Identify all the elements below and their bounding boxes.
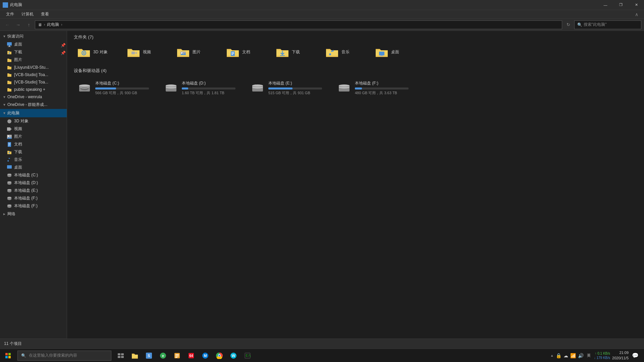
address-path[interactable]: 🖥 › 此电脑 › bbox=[35, 20, 562, 29]
sidebar-thispc-header[interactable]: ▼ 此电脑 bbox=[0, 109, 67, 117]
taskbar-app5[interactable]: 64 bbox=[184, 349, 198, 362]
taskbar-right: ▲ 🔒 ☁ 📶 🔊 英 ↑ 0.1 KB/s ↓ 179 KB/s 21:09 … bbox=[546, 350, 644, 361]
sidebar-network-header[interactable]: ► 网络 bbox=[0, 210, 67, 218]
svg-rect-4 bbox=[7, 42, 12, 46]
sidebar-item-f2[interactable]: 本地磁盘 (F:) bbox=[0, 202, 67, 210]
taskbar-app7[interactable]: W bbox=[227, 349, 240, 362]
svg-text:M: M bbox=[204, 354, 207, 358]
svg-rect-5 bbox=[9, 46, 10, 47]
menu-file[interactable]: 文件 bbox=[3, 10, 17, 18]
sidebar-item-desktop-quick[interactable]: 桌面 📌 bbox=[0, 41, 67, 48]
folder-desktop[interactable]: 桌面 bbox=[372, 44, 419, 60]
pic-label: 图片 bbox=[14, 134, 22, 139]
folder-docs[interactable]: 文档 bbox=[223, 44, 270, 60]
taskbar-files[interactable] bbox=[170, 349, 184, 362]
drives-grid: 本地磁盘 (C:) 566 GB 可用，共 930 GB 本地磁盘 (D:) bbox=[74, 78, 637, 98]
sidebar-item-d[interactable]: 本地磁盘 (D:) bbox=[0, 179, 67, 187]
tray-onedrive: ☁ bbox=[564, 353, 568, 358]
time-display: 21:09 bbox=[612, 350, 629, 355]
lang-indicator[interactable]: 英 bbox=[586, 353, 592, 358]
sidebar-item-c[interactable]: 本地磁盘 (C:) bbox=[0, 171, 67, 179]
svg-text:C:\: C:\ bbox=[246, 354, 251, 357]
sidebar-item-liuyun[interactable]: [Liuyun&VCB-Stu... bbox=[0, 64, 67, 71]
sidebar-item-pic[interactable]: 图片 bbox=[0, 133, 67, 140]
drive-f-bar-container bbox=[355, 87, 409, 89]
sidebar-item-downloads-quick[interactable]: 下載 📌 bbox=[0, 48, 67, 56]
up-button[interactable]: ↑ bbox=[24, 20, 34, 29]
ribbon-expand-button[interactable]: ∧ bbox=[632, 10, 641, 19]
taskbar-time[interactable]: 21:09 2020/11/5 bbox=[612, 350, 629, 361]
sidebar-item-3d[interactable]: 3D 对象 bbox=[0, 117, 67, 125]
onedrive1-label: OneDrive - wenrula bbox=[7, 95, 42, 99]
start-button[interactable] bbox=[0, 349, 16, 362]
quick-access-label: 快速访问 bbox=[7, 34, 23, 39]
taskbar-chrome[interactable] bbox=[213, 349, 226, 362]
folder-music[interactable]: 音乐 bbox=[322, 44, 369, 60]
sidebar-item-dl[interactable]: 下载 bbox=[0, 148, 67, 156]
sidebar-item-f[interactable]: 本地磁盘 (F:) bbox=[0, 194, 67, 202]
drive-d-name: 本地磁盘 (D:) bbox=[182, 80, 240, 86]
sidebar-item-vcb1[interactable]: [VCB-Studio] Toa... bbox=[0, 71, 67, 78]
folder-desktop-label: 桌面 bbox=[391, 49, 399, 55]
close-button[interactable]: ✕ bbox=[629, 0, 644, 10]
drive-c-name: 本地磁盘 (C:) bbox=[95, 80, 154, 86]
drive-d-icon bbox=[7, 180, 12, 186]
svg-point-23 bbox=[7, 181, 11, 183]
taskbar-search[interactable]: 🔍 在这里输入你要搜索的内容 bbox=[17, 351, 111, 361]
drive-c-item[interactable]: 本地磁盘 (C:) 566 GB 可用，共 930 GB bbox=[74, 78, 158, 98]
folder-downloads[interactable]: 下载 bbox=[272, 44, 319, 60]
maximize-button[interactable]: ❐ bbox=[613, 0, 629, 10]
taskbar-edge[interactable]: e bbox=[156, 349, 170, 362]
forward-button[interactable]: → bbox=[13, 20, 23, 29]
drive-e-bar bbox=[268, 87, 292, 89]
sidebar-item-music[interactable]: 音乐 bbox=[0, 156, 67, 164]
drive-c-bar bbox=[95, 87, 116, 89]
3d-label: 3D 对象 bbox=[14, 118, 29, 124]
svg-rect-45 bbox=[380, 56, 384, 56]
refresh-button[interactable]: ↻ bbox=[564, 20, 573, 29]
sidebar-item-vcb2[interactable]: [VCB-Studio] Toa... bbox=[0, 78, 67, 86]
menu-computer[interactable]: 计算机 bbox=[18, 10, 37, 18]
sidebar-onedrive2-header[interactable]: ▼ OneDrive - 群能养成... bbox=[0, 101, 67, 109]
svg-rect-64 bbox=[5, 353, 8, 355]
tray-icons: ▲ 🔒 ☁ 📶 🔊 bbox=[550, 353, 584, 358]
svg-rect-79 bbox=[175, 357, 177, 358]
folder-3d[interactable]: 3D 对象 bbox=[74, 44, 121, 60]
sidebar-onedrive1-header[interactable]: ▼ OneDrive - wenrula bbox=[0, 93, 67, 101]
svg-point-55 bbox=[166, 84, 176, 86]
svg-text:W: W bbox=[232, 354, 235, 358]
drive-e-item[interactable]: 本地磁盘 (E:) 515 GB 可用，共 931 GB bbox=[247, 78, 331, 98]
folder-pictures[interactable]: 图片 bbox=[173, 44, 220, 60]
taskbar-app6[interactable]: M bbox=[199, 349, 212, 362]
d-label: 本地磁盘 (D:) bbox=[14, 180, 38, 186]
folder-video[interactable]: 视频 bbox=[123, 44, 170, 60]
content-area: 文件夹 (7) 3D 对象 视频 bbox=[67, 31, 644, 352]
drive-d-item[interactable]: 本地磁盘 (D:) 1.60 TB 可用，共 1.81 TB bbox=[160, 78, 244, 98]
tray-icon-1: 🔒 bbox=[556, 353, 561, 358]
vcb2-label: [VCB-Studio] Toa... bbox=[14, 80, 48, 84]
back-button[interactable]: ← bbox=[3, 20, 12, 29]
sidebar-quick-access-header[interactable]: ▼ 快速访问 bbox=[0, 32, 67, 41]
menu-view[interactable]: 查看 bbox=[38, 10, 52, 18]
tray-arrow[interactable]: ▲ bbox=[550, 354, 554, 357]
sidebar-item-desktop2[interactable]: 桌面 bbox=[0, 164, 67, 171]
minimize-button[interactable]: — bbox=[598, 0, 613, 10]
svg-rect-14 bbox=[8, 143, 10, 143]
taskbar-cmd[interactable]: C:\ bbox=[241, 349, 254, 362]
drive-e-bar-container bbox=[268, 87, 322, 89]
drive-c-size: 566 GB 可用，共 930 GB bbox=[95, 90, 154, 96]
search-placeholder: 搜索"此电脑" bbox=[584, 22, 607, 27]
notification-button[interactable]: 💬 bbox=[631, 352, 640, 359]
desktop-icon bbox=[7, 42, 12, 47]
sidebar-item-public-speaking[interactable]: public speaking + bbox=[0, 86, 67, 93]
sidebar-item-e[interactable]: 本地磁盘 (E:) bbox=[0, 187, 67, 194]
sidebar-item-video[interactable]: 视频 bbox=[0, 125, 67, 133]
sidebar-item-docs[interactable]: 文档 bbox=[0, 140, 67, 148]
search-box[interactable]: 🔍 搜索"此电脑" bbox=[574, 20, 641, 29]
taskbar-explorer[interactable] bbox=[128, 349, 142, 362]
taskbar-store[interactable]: S bbox=[142, 349, 156, 362]
drive-f-item[interactable]: 本地磁盘 (F:) 480 GB 可用，共 3.63 TB bbox=[333, 78, 417, 98]
taskview-button[interactable] bbox=[114, 349, 127, 362]
sidebar-item-pictures-quick[interactable]: 图片 bbox=[0, 56, 67, 64]
drive-d-bar-container bbox=[182, 87, 235, 89]
